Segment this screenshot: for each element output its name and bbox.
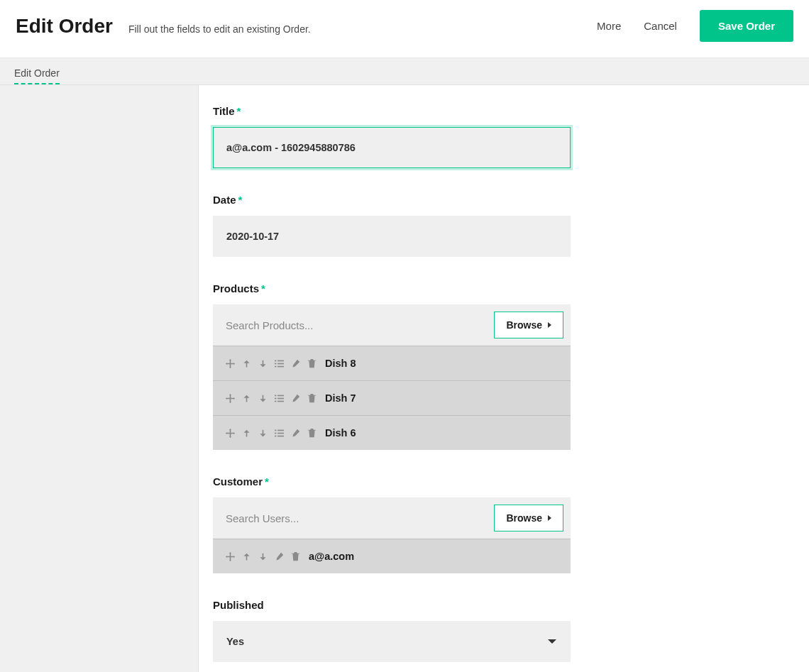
page-description: Fill out the fields to edit an existing … xyxy=(128,23,311,35)
field-customer: Customer* Browse xyxy=(213,475,571,573)
svg-rect-14 xyxy=(275,432,276,434)
arrow-up-icon[interactable] xyxy=(242,429,251,438)
svg-rect-16 xyxy=(275,435,276,436)
list-icon[interactable] xyxy=(275,394,284,403)
product-item-label: Dish 8 xyxy=(325,358,356,369)
products-label: Products* xyxy=(213,282,571,294)
svg-rect-5 xyxy=(277,365,284,367)
svg-rect-12 xyxy=(275,429,276,431)
svg-rect-9 xyxy=(277,397,284,399)
trash-icon[interactable] xyxy=(307,394,317,403)
required-indicator: * xyxy=(237,105,241,117)
arrow-down-icon[interactable] xyxy=(258,552,268,561)
required-indicator: * xyxy=(261,282,265,294)
page-header: Edit Order Fill out the fields to edit a… xyxy=(0,0,809,58)
arrow-down-icon[interactable] xyxy=(258,394,268,403)
move-icon[interactable] xyxy=(226,359,235,368)
customer-search-row: Browse xyxy=(213,497,571,539)
move-icon[interactable] xyxy=(226,429,235,438)
customer-browse-button[interactable]: Browse xyxy=(494,505,563,531)
page-body: Title* Date* Products* Browse xyxy=(0,85,809,672)
customer-search-input[interactable] xyxy=(226,505,487,531)
arrow-up-icon[interactable] xyxy=(242,394,251,403)
svg-rect-4 xyxy=(275,365,276,367)
pencil-icon[interactable] xyxy=(275,552,284,561)
product-item: Dish 6 xyxy=(213,415,571,450)
save-order-button[interactable]: Save Order xyxy=(700,10,793,42)
svg-rect-13 xyxy=(277,429,284,431)
svg-rect-8 xyxy=(275,397,276,399)
svg-rect-1 xyxy=(277,360,284,361)
sidebar xyxy=(0,85,199,672)
svg-rect-3 xyxy=(277,363,284,364)
title-label: Title* xyxy=(213,105,571,117)
list-icon[interactable] xyxy=(275,429,284,438)
more-button[interactable]: More xyxy=(597,20,621,32)
arrow-up-icon[interactable] xyxy=(242,552,251,561)
products-search-input[interactable] xyxy=(226,312,487,338)
pencil-icon[interactable] xyxy=(291,394,300,403)
svg-rect-10 xyxy=(275,400,276,402)
published-label: Published xyxy=(213,599,571,611)
move-icon[interactable] xyxy=(226,552,235,561)
svg-rect-11 xyxy=(277,400,284,402)
list-icon[interactable] xyxy=(275,359,284,368)
page-title: Edit Order xyxy=(16,15,113,38)
cancel-button[interactable]: Cancel xyxy=(644,20,677,32)
header-actions: More Cancel Save Order xyxy=(597,10,793,42)
caret-right-icon xyxy=(548,322,551,328)
tab-edit-order[interactable]: Edit Order xyxy=(14,67,60,84)
title-input[interactable] xyxy=(213,127,571,168)
svg-rect-17 xyxy=(277,435,284,436)
products-browse-button[interactable]: Browse xyxy=(494,312,563,338)
field-products: Products* Browse xyxy=(213,282,571,450)
published-select[interactable]: Yes xyxy=(213,621,571,662)
trash-icon[interactable] xyxy=(307,359,317,368)
required-indicator: * xyxy=(238,194,243,206)
svg-rect-15 xyxy=(277,432,284,434)
trash-icon[interactable] xyxy=(291,552,300,561)
product-item-label: Dish 7 xyxy=(325,392,356,404)
date-input[interactable] xyxy=(213,216,571,257)
required-indicator: * xyxy=(265,475,269,488)
arrow-down-icon[interactable] xyxy=(258,359,268,368)
product-item: Dish 8 xyxy=(213,346,571,380)
products-search-row: Browse xyxy=(213,304,571,346)
move-icon[interactable] xyxy=(226,394,235,403)
svg-rect-0 xyxy=(275,360,276,361)
date-label: Date* xyxy=(213,194,571,206)
customer-item: a@a.com xyxy=(213,539,571,573)
product-item: Dish 7 xyxy=(213,380,571,415)
pencil-icon[interactable] xyxy=(291,429,300,438)
form-panel: Title* Date* Products* Browse xyxy=(199,85,809,672)
svg-rect-6 xyxy=(275,395,276,396)
arrow-down-icon[interactable] xyxy=(258,429,268,438)
field-published: Published Yes xyxy=(213,599,571,662)
field-date: Date* xyxy=(213,194,571,257)
caret-right-icon xyxy=(548,515,551,521)
svg-rect-2 xyxy=(275,363,276,364)
product-item-label: Dish 6 xyxy=(325,427,356,439)
trash-icon[interactable] xyxy=(307,429,317,438)
customer-item-label: a@a.com xyxy=(309,551,354,562)
svg-rect-7 xyxy=(277,395,284,396)
tab-bar: Edit Order xyxy=(0,58,809,85)
pencil-icon[interactable] xyxy=(291,359,300,368)
arrow-up-icon[interactable] xyxy=(242,359,251,368)
customer-label: Customer* xyxy=(213,475,571,488)
field-title: Title* xyxy=(213,105,571,168)
